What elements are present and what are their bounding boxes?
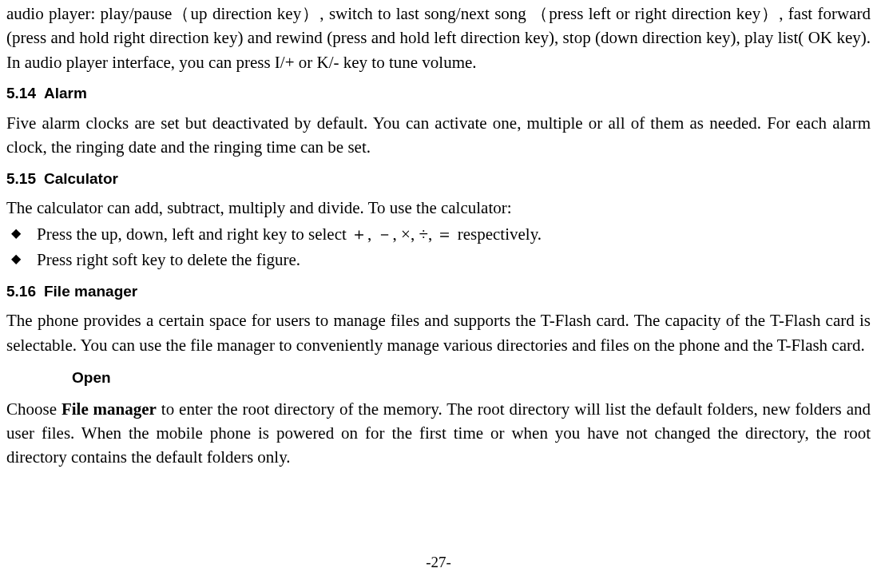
file-manager-body: The phone provides a certain space for u… [6,308,871,357]
section-heading-file-manager: 5.16File manager [6,280,871,303]
section-heading-calculator: 5.15Calculator [6,168,871,190]
open-body-bold: File manager [62,399,157,419]
open-body: Choose File manager to enter the root di… [6,397,871,470]
section-number: 5.15 [6,168,36,190]
intro-paragraph: audio player: play/pause（up direction ke… [6,2,871,74]
section-title: Alarm [44,85,87,101]
section-heading-alarm: 5.14Alarm [6,82,871,105]
section-number: 5.16 [6,280,36,303]
section-title: Calculator [44,170,118,187]
open-body-prefix: Choose [6,399,62,419]
calculator-bullet-list: Press the up, down, left and right key t… [6,222,871,272]
page-number: -27- [0,551,877,574]
section-number: 5.14 [6,82,36,105]
calculator-intro: The calculator can add, subtract, multip… [6,196,871,220]
alarm-body: Five alarm clocks are set but deactivate… [6,111,871,160]
subheading-open: Open [72,367,871,389]
list-item: Press the up, down, left and right key t… [8,222,871,246]
list-item: Press right soft key to delete the figur… [8,248,871,272]
section-title: File manager [44,283,137,300]
